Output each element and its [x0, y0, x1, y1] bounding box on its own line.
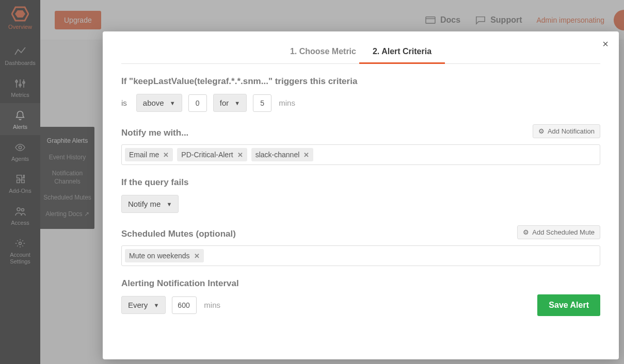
add-notification-label: Add Notification	[548, 127, 595, 135]
modal-tabs: 1. Choose Metric 2. Alert Criteria	[121, 41, 600, 64]
duration-unit: mins	[279, 98, 295, 107]
chip-label: slack-channel	[255, 151, 300, 159]
chip-label: PD-Critical-Alert	[181, 151, 233, 159]
remove-chip-icon[interactable]: ✕	[163, 151, 169, 159]
duration-input[interactable]	[253, 94, 271, 112]
interval-value-input[interactable]	[172, 296, 197, 314]
add-mute-label: Add Scheduled Mute	[532, 228, 595, 236]
for-label: for	[220, 98, 229, 107]
chevron-down-icon: ▼	[170, 100, 175, 106]
mutes-chips-box[interactable]: Mute on weekends ✕	[121, 245, 600, 266]
mutes-heading: Scheduled Mutes (optional)	[121, 229, 236, 239]
alert-criteria-modal: × 1. Choose Metric 2. Alert Criteria If …	[103, 31, 619, 359]
close-icon[interactable]: ×	[602, 39, 609, 49]
chevron-down-icon: ▼	[234, 100, 240, 106]
notify-chip: PD-Critical-Alert ✕	[177, 148, 247, 161]
remove-chip-icon[interactable]: ✕	[303, 151, 309, 159]
interval-mode-select[interactable]: Every ▼	[121, 296, 166, 314]
notify-chips-box[interactable]: Email me ✕ PD-Critical-Alert ✕ slack-cha…	[121, 144, 600, 165]
interval-unit: mins	[204, 301, 220, 309]
notify-heading: Notify me with...	[121, 128, 188, 138]
interval-row: Every ▼ mins	[121, 296, 600, 314]
interval-heading: Alerting Notification Interval	[121, 278, 600, 289]
chip-label: Email me	[129, 151, 159, 159]
save-alert-button[interactable]: Save Alert	[537, 294, 600, 316]
query-fail-select[interactable]: Notify me ▼	[121, 195, 179, 213]
mute-chip: Mute on weekends ✕	[125, 249, 204, 262]
chevron-down-icon: ▼	[153, 302, 159, 308]
for-select[interactable]: for ▼	[213, 94, 247, 112]
remove-chip-icon[interactable]: ✕	[194, 252, 200, 260]
notify-chip: Email me ✕	[125, 148, 173, 161]
criteria-heading: If "keepLastValue(telegraf.*.*.snm..." t…	[121, 76, 600, 87]
tab-alert-criteria[interactable]: 2. Alert Criteria	[364, 41, 440, 63]
criteria-row: is above ▼ for ▼ mins	[121, 94, 600, 112]
comparator-select[interactable]: above ▼	[136, 94, 182, 112]
notify-chip: slack-channel ✕	[251, 148, 314, 161]
query-fail-value: Notify me	[128, 200, 161, 208]
chip-label: Mute on weekends	[129, 252, 190, 260]
gear-icon: ⚙	[523, 228, 529, 236]
threshold-input[interactable]	[188, 94, 207, 112]
add-scheduled-mute-button[interactable]: ⚙ Add Scheduled Mute	[517, 225, 600, 239]
comparator-value: above	[143, 98, 164, 107]
is-label: is	[121, 98, 127, 107]
query-fail-heading: If the query fails	[121, 177, 600, 188]
interval-mode-value: Every	[128, 301, 148, 309]
chevron-down-icon: ▼	[166, 201, 172, 207]
remove-chip-icon[interactable]: ✕	[237, 151, 243, 159]
add-notification-button[interactable]: ⚙ Add Notification	[533, 124, 600, 138]
gear-icon: ⚙	[538, 127, 545, 135]
tab-choose-metric[interactable]: 1. Choose Metric	[282, 41, 364, 63]
